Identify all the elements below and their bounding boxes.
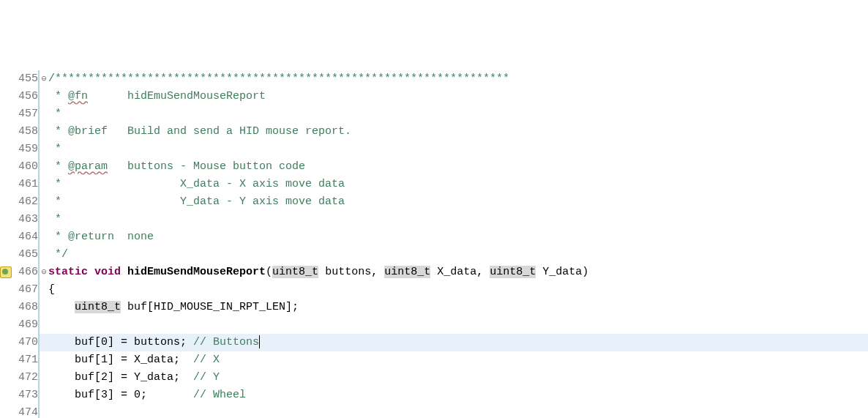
code-token: // Wheel <box>193 389 246 401</box>
line-number: 472 <box>0 369 40 387</box>
code-content[interactable]: uint8_t buf[HID_MOUSE_IN_RPT_LEN]; <box>48 299 299 316</box>
code-token: static <box>48 266 88 278</box>
code-token: // Y <box>193 371 220 384</box>
code-token: * @brief Build and send a HID mouse repo… <box>48 125 351 138</box>
code-content[interactable]: buf[3] = 0; // Wheel <box>48 387 246 404</box>
code-token: * Y_data - Y axis move data <box>48 195 345 208</box>
code-content[interactable]: { <box>48 281 55 299</box>
code-token: // Buttons <box>193 336 259 348</box>
code-token <box>88 266 94 278</box>
code-token: * <box>48 143 61 155</box>
code-token <box>121 266 127 278</box>
code-token: buttons - Mouse button code <box>108 160 305 173</box>
code-token: ( <box>266 266 272 278</box>
code-token: // X <box>193 354 220 366</box>
code-content[interactable]: * @param buttons - Mouse button code <box>48 158 305 176</box>
code-line[interactable]: 472 buf[2] = Y_data; // Y <box>0 369 868 387</box>
code-token: uint8_t <box>75 301 121 313</box>
code-token: buf[3] = 0; <box>48 389 193 401</box>
code-token: hidEmuSendMouseReport <box>88 90 266 102</box>
breakpoint-marker-icon[interactable] <box>0 266 12 278</box>
code-token: void <box>94 266 121 278</box>
code-line[interactable]: 457 * <box>0 105 868 123</box>
code-token: hidEmuSendMouseReport <box>127 266 266 278</box>
code-token: uint8_t <box>272 266 318 278</box>
line-number: 460 <box>0 158 40 176</box>
code-content[interactable]: buf[0] = buttons; // Buttons <box>48 334 260 351</box>
code-content[interactable]: /***************************************… <box>48 70 509 88</box>
code-line[interactable]: 468 uint8_t buf[HID_MOUSE_IN_RPT_LEN]; <box>0 299 868 316</box>
code-line[interactable]: 469 <box>0 316 868 334</box>
code-token: uint8_t <box>490 266 536 278</box>
code-line[interactable]: 460 * @param buttons - Mouse button code <box>0 158 868 176</box>
code-token: * <box>48 90 68 102</box>
code-token: */ <box>48 248 68 261</box>
code-line[interactable]: 470 buf[0] = buttons; // Buttons <box>0 334 868 351</box>
code-line[interactable]: 459 * <box>0 141 868 158</box>
code-content[interactable]: static void hidEmuSendMouseReport(uint8_… <box>48 264 588 281</box>
code-line[interactable]: 467{ <box>0 281 868 299</box>
code-token: @param <box>68 160 108 173</box>
code-token: * <box>48 160 68 173</box>
code-line[interactable]: 473 buf[3] = 0; // Wheel <box>0 387 868 404</box>
code-token <box>48 301 75 313</box>
code-line[interactable]: 471 buf[1] = X_data; // X <box>0 351 868 369</box>
code-token: buf[2] = Y_data; <box>48 371 193 384</box>
code-content[interactable]: * Y_data - Y axis move data <box>48 193 345 211</box>
code-content[interactable]: * X_data - X axis move data <box>48 176 345 193</box>
code-content[interactable]: * @return none <box>48 228 154 246</box>
code-content[interactable]: buf[2] = Y_data; // Y <box>48 369 220 387</box>
code-token: buf[1] = X_data; <box>48 354 193 366</box>
code-line[interactable]: 474 <box>0 404 868 418</box>
code-token: * <box>48 213 61 225</box>
line-number: 465 <box>0 246 40 264</box>
fold-toggle-icon[interactable]: ⊖ <box>40 264 48 281</box>
code-token: buttons, <box>318 266 384 278</box>
line-number: 455 <box>0 70 40 88</box>
code-content[interactable]: * <box>48 141 61 158</box>
code-token: { <box>48 283 55 296</box>
code-token: /***************************************… <box>48 72 509 85</box>
code-token: buf[0] = buttons; <box>48 336 193 348</box>
line-number: 474 <box>0 404 40 418</box>
code-token: Y_data) <box>536 266 588 278</box>
line-number: 457 <box>0 105 40 123</box>
line-number: 468 <box>0 299 40 316</box>
code-content[interactable]: */ <box>48 246 68 264</box>
code-token: * @return none <box>48 231 154 243</box>
code-content[interactable]: * <box>48 211 61 228</box>
code-token: X_data, <box>430 266 490 278</box>
code-line[interactable]: 461 * X_data - X axis move data <box>0 176 868 193</box>
code-content[interactable]: buf[1] = X_data; // X <box>48 351 220 369</box>
code-line[interactable]: 458 * @brief Build and send a HID mouse … <box>0 123 868 141</box>
line-number: 462 <box>0 193 40 211</box>
code-token: @fn <box>68 90 88 102</box>
code-token: * X_data - X axis move data <box>48 178 345 190</box>
code-content[interactable]: * @brief Build and send a HID mouse repo… <box>48 123 351 141</box>
line-number: 464 <box>0 228 40 246</box>
code-content[interactable]: * @fn hidEmuSendMouseReport <box>48 88 266 105</box>
line-number: 461 <box>0 176 40 193</box>
line-number: 459 <box>0 141 40 158</box>
code-line[interactable]: 464 * @return none <box>0 228 868 246</box>
code-content[interactable]: * <box>48 105 61 123</box>
line-number: 463 <box>0 211 40 228</box>
line-number: 458 <box>0 123 40 141</box>
code-line[interactable]: 463 * <box>0 211 868 228</box>
text-cursor-icon <box>259 335 260 348</box>
code-token: buf[HID_MOUSE_IN_RPT_LEN]; <box>121 301 299 313</box>
code-line[interactable]: 455⊖/***********************************… <box>0 70 868 88</box>
line-number: 466 <box>0 264 40 281</box>
code-line[interactable]: 456 * @fn hidEmuSendMouseReport <box>0 88 868 105</box>
code-line[interactable]: 462 * Y_data - Y axis move data <box>0 193 868 211</box>
line-number: 456 <box>0 88 40 105</box>
line-number: 467 <box>0 281 40 299</box>
fold-toggle-icon[interactable]: ⊖ <box>40 70 48 88</box>
line-number: 470 <box>0 334 40 351</box>
code-token: uint8_t <box>384 266 430 278</box>
code-editor[interactable]: 455⊖/***********************************… <box>0 70 868 418</box>
line-number: 471 <box>0 351 40 369</box>
code-line[interactable]: 466⊖static void hidEmuSendMouseReport(ui… <box>0 264 868 281</box>
code-line[interactable]: 465 */ <box>0 246 868 264</box>
line-number: 469 <box>0 316 40 334</box>
